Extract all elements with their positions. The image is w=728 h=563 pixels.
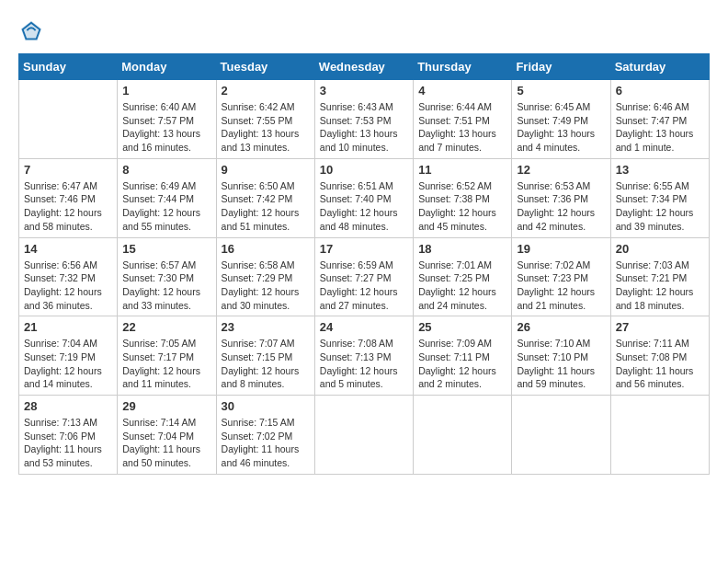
- header-cell-monday: Monday: [118, 54, 216, 80]
- day-number: 19: [517, 242, 605, 256]
- calendar-cell: 29Sunrise: 7:14 AMSunset: 7:04 PMDayligh…: [118, 396, 216, 475]
- calendar-cell: 10Sunrise: 6:51 AMSunset: 7:40 PMDayligh…: [314, 158, 413, 237]
- calendar-cell: [19, 80, 118, 159]
- day-number: 12: [517, 163, 605, 177]
- header-cell-sunday: Sunday: [19, 54, 118, 80]
- calendar-cell: 3Sunrise: 6:43 AMSunset: 7:53 PMDaylight…: [314, 80, 413, 159]
- calendar-cell: 17Sunrise: 6:59 AMSunset: 7:27 PMDayligh…: [314, 237, 413, 316]
- day-number: 9: [222, 163, 310, 177]
- day-number: 14: [24, 242, 112, 256]
- calendar-cell: 26Sunrise: 7:10 AMSunset: 7:10 PMDayligh…: [512, 316, 610, 396]
- calendar-cell: 1Sunrise: 6:40 AMSunset: 7:57 PMDaylight…: [118, 80, 216, 159]
- day-info: Sunrise: 6:51 AMSunset: 7:40 PMDaylight:…: [320, 179, 408, 234]
- day-info: Sunrise: 6:40 AMSunset: 7:57 PMDaylight:…: [122, 100, 210, 155]
- calendar-cell: 19Sunrise: 7:02 AMSunset: 7:23 PMDayligh…: [512, 237, 610, 316]
- calendar-cell: 4Sunrise: 6:44 AMSunset: 7:51 PMDaylight…: [414, 80, 512, 159]
- header-cell-saturday: Saturday: [610, 54, 709, 80]
- day-number: 20: [616, 242, 704, 256]
- day-number: 6: [616, 84, 704, 98]
- day-info: Sunrise: 7:15 AMSunset: 7:02 PMDaylight:…: [222, 416, 310, 470]
- day-info: Sunrise: 6:58 AMSunset: 7:29 PMDaylight:…: [222, 259, 310, 313]
- day-info: Sunrise: 7:08 AMSunset: 7:13 PMDaylight:…: [320, 337, 408, 391]
- calendar-cell: 18Sunrise: 7:01 AMSunset: 7:25 PMDayligh…: [414, 237, 512, 316]
- header-cell-thursday: Thursday: [414, 54, 512, 80]
- calendar-cell: [414, 396, 512, 475]
- day-info: Sunrise: 7:09 AMSunset: 7:11 PMDaylight:…: [418, 337, 506, 391]
- calendar-cell: [610, 396, 709, 475]
- calendar-body: 1Sunrise: 6:40 AMSunset: 7:57 PMDaylight…: [19, 80, 710, 475]
- header: [18, 18, 710, 44]
- day-number: 30: [222, 399, 310, 413]
- calendar-cell: 5Sunrise: 6:45 AMSunset: 7:49 PMDaylight…: [512, 80, 610, 159]
- day-info: Sunrise: 6:52 AMSunset: 7:38 PMDaylight:…: [418, 179, 506, 234]
- calendar-cell: 13Sunrise: 6:55 AMSunset: 7:34 PMDayligh…: [610, 158, 709, 237]
- calendar-cell: 11Sunrise: 6:52 AMSunset: 7:38 PMDayligh…: [414, 158, 512, 237]
- day-info: Sunrise: 6:47 AMSunset: 7:46 PMDaylight:…: [24, 179, 112, 234]
- day-info: Sunrise: 6:43 AMSunset: 7:53 PMDaylight:…: [320, 100, 408, 155]
- day-info: Sunrise: 7:05 AMSunset: 7:17 PMDaylight:…: [122, 337, 210, 391]
- day-number: 22: [122, 320, 210, 334]
- calendar-cell: 6Sunrise: 6:46 AMSunset: 7:47 PMDaylight…: [610, 80, 709, 159]
- week-row-2: 7Sunrise: 6:47 AMSunset: 7:46 PMDaylight…: [19, 158, 710, 237]
- day-number: 8: [122, 163, 210, 177]
- day-number: 3: [320, 84, 408, 98]
- day-info: Sunrise: 7:01 AMSunset: 7:25 PMDaylight:…: [418, 259, 506, 313]
- calendar-cell: 25Sunrise: 7:09 AMSunset: 7:11 PMDayligh…: [414, 316, 512, 396]
- day-info: Sunrise: 6:44 AMSunset: 7:51 PMDaylight:…: [418, 100, 506, 155]
- day-number: 11: [418, 163, 506, 177]
- header-row: SundayMondayTuesdayWednesdayThursdayFrid…: [19, 54, 710, 80]
- day-info: Sunrise: 7:14 AMSunset: 7:04 PMDaylight:…: [122, 416, 210, 470]
- day-info: Sunrise: 7:10 AMSunset: 7:10 PMDaylight:…: [517, 337, 605, 391]
- day-number: 2: [222, 84, 310, 98]
- day-number: 1: [122, 84, 210, 98]
- calendar-cell: 7Sunrise: 6:47 AMSunset: 7:46 PMDaylight…: [19, 158, 118, 237]
- logo: [18, 18, 48, 44]
- calendar-cell: 30Sunrise: 7:15 AMSunset: 7:02 PMDayligh…: [216, 396, 314, 475]
- day-info: Sunrise: 7:04 AMSunset: 7:19 PMDaylight:…: [24, 337, 112, 391]
- calendar-cell: 23Sunrise: 7:07 AMSunset: 7:15 PMDayligh…: [216, 316, 314, 396]
- day-info: Sunrise: 7:03 AMSunset: 7:21 PMDaylight:…: [616, 259, 704, 313]
- day-number: 10: [320, 163, 408, 177]
- day-number: 26: [517, 320, 605, 334]
- day-number: 17: [320, 242, 408, 256]
- day-info: Sunrise: 6:49 AMSunset: 7:44 PMDaylight:…: [122, 179, 210, 234]
- day-number: 28: [24, 399, 112, 413]
- calendar-cell: 8Sunrise: 6:49 AMSunset: 7:44 PMDaylight…: [118, 158, 216, 237]
- day-info: Sunrise: 7:02 AMSunset: 7:23 PMDaylight:…: [517, 259, 605, 313]
- day-info: Sunrise: 6:46 AMSunset: 7:47 PMDaylight:…: [616, 100, 704, 155]
- calendar-cell: 27Sunrise: 7:11 AMSunset: 7:08 PMDayligh…: [610, 316, 709, 396]
- calendar-cell: 21Sunrise: 7:04 AMSunset: 7:19 PMDayligh…: [19, 316, 118, 396]
- calendar-cell: 28Sunrise: 7:13 AMSunset: 7:06 PMDayligh…: [19, 396, 118, 475]
- day-number: 25: [418, 320, 506, 334]
- day-info: Sunrise: 7:07 AMSunset: 7:15 PMDaylight:…: [222, 337, 310, 391]
- week-row-4: 21Sunrise: 7:04 AMSunset: 7:19 PMDayligh…: [19, 316, 710, 396]
- calendar-cell: 20Sunrise: 7:03 AMSunset: 7:21 PMDayligh…: [610, 237, 709, 316]
- day-number: 27: [616, 320, 704, 334]
- calendar-table: SundayMondayTuesdayWednesdayThursdayFrid…: [18, 53, 710, 475]
- header-cell-wednesday: Wednesday: [314, 54, 413, 80]
- day-info: Sunrise: 6:42 AMSunset: 7:55 PMDaylight:…: [222, 100, 310, 155]
- day-info: Sunrise: 6:57 AMSunset: 7:30 PMDaylight:…: [122, 259, 210, 313]
- week-row-1: 1Sunrise: 6:40 AMSunset: 7:57 PMDaylight…: [19, 80, 710, 159]
- day-info: Sunrise: 6:59 AMSunset: 7:27 PMDaylight:…: [320, 259, 408, 313]
- day-number: 16: [222, 242, 310, 256]
- day-number: 13: [616, 163, 704, 177]
- day-number: 4: [418, 84, 506, 98]
- header-cell-tuesday: Tuesday: [216, 54, 314, 80]
- calendar-cell: [314, 396, 413, 475]
- day-info: Sunrise: 7:11 AMSunset: 7:08 PMDaylight:…: [616, 337, 704, 391]
- day-number: 7: [24, 163, 112, 177]
- day-info: Sunrise: 6:56 AMSunset: 7:32 PMDaylight:…: [24, 259, 112, 313]
- calendar-cell: 24Sunrise: 7:08 AMSunset: 7:13 PMDayligh…: [314, 316, 413, 396]
- calendar-cell: [512, 396, 610, 475]
- day-number: 21: [24, 320, 112, 334]
- calendar-cell: 22Sunrise: 7:05 AMSunset: 7:17 PMDayligh…: [118, 316, 216, 396]
- day-number: 24: [320, 320, 408, 334]
- week-row-5: 28Sunrise: 7:13 AMSunset: 7:06 PMDayligh…: [19, 396, 710, 475]
- day-number: 18: [418, 242, 506, 256]
- day-number: 5: [517, 84, 605, 98]
- day-number: 23: [222, 320, 310, 334]
- week-row-3: 14Sunrise: 6:56 AMSunset: 7:32 PMDayligh…: [19, 237, 710, 316]
- day-number: 15: [122, 242, 210, 256]
- day-info: Sunrise: 6:53 AMSunset: 7:36 PMDaylight:…: [517, 179, 605, 234]
